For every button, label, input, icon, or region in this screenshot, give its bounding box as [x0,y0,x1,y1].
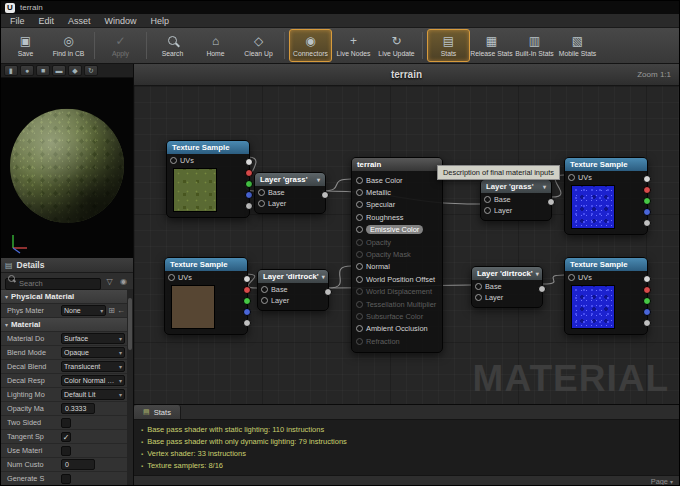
tangent-sp-checkbox[interactable]: ✓ [61,432,71,442]
alpha-output-pin[interactable] [643,319,651,327]
layer-output-pin[interactable] [324,288,332,296]
built-in-stats-button[interactable]: ▥Built-In Stats [513,29,556,62]
red-output-pin[interactable] [643,286,651,294]
use-materi-checkbox[interactable] [61,446,71,456]
node-terrain[interactable]: terrainBase ColorMetallicSpecularRoughne… [351,157,443,353]
green-output-pin[interactable] [643,297,651,305]
graph-canvas[interactable]: MATERIAL Texture SampleUVsLayer 'grass'▾… [134,86,679,404]
section-physical-material[interactable]: ▾Physical Material [1,290,127,304]
phys-mater-dropdown[interactable]: None▾ [61,305,106,316]
cylinder-shape-icon[interactable]: ▮ [4,65,18,76]
layer-output-pin[interactable] [321,191,329,199]
use-selected-icon[interactable]: ← [117,306,125,315]
green-output-pin[interactable] [243,297,251,305]
uvs-input[interactable]: UVs [565,271,615,282]
alpha-output-pin[interactable] [243,319,251,327]
live-update-button[interactable]: ↻Live Update [375,29,418,62]
browse-asset-icon[interactable]: ⊞ [108,306,115,315]
save-button[interactable]: ▣Save [4,29,47,62]
world-position-offset-input[interactable]: World Position Offset [356,273,438,285]
stats-tab[interactable]: ▤ Stats [134,405,181,419]
green-output-pin[interactable] [643,197,651,205]
menu-item-file[interactable]: File [3,14,32,28]
blend-mode-dropdown[interactable]: Opaque▾ [61,347,125,358]
view-options-icon[interactable]: ◉ [118,277,129,286]
release-stats-button[interactable]: ▦Release Stats [470,29,513,62]
specular-input[interactable]: Specular [356,199,438,211]
connectors-button[interactable]: ◉Connectors [289,29,332,62]
alpha-output-pin[interactable] [643,219,651,227]
decal-blend-dropdown[interactable]: Translucent▾ [61,361,125,372]
section-material[interactable]: ▾Material [1,318,127,332]
roughness-input[interactable]: Roughness [356,211,438,223]
node-layer-grass[interactable]: Layer 'grass'▾BaseLayer [480,179,552,221]
menu-item-asset[interactable]: Asset [61,14,98,28]
base-color-input[interactable]: Base Color [356,174,438,186]
blue-output-pin[interactable] [243,308,251,316]
sphere-shape-icon[interactable]: ● [20,65,34,76]
opacity-ma-input[interactable]: 0.3333 [61,403,95,414]
lighting-mo-dropdown[interactable]: Default Lit▾ [61,389,125,400]
base-input[interactable]: Base [258,283,328,294]
emissive-color-input[interactable]: Emissive Color [356,224,438,236]
filter-icon[interactable]: ▽ [104,277,115,286]
rgb-output-pin[interactable] [243,275,251,283]
red-output-pin[interactable] [643,186,651,194]
graph-breadcrumb[interactable]: terrain [391,69,422,80]
two-sided-checkbox[interactable] [61,418,71,428]
node-texture-sample-blue[interactable]: Texture SampleUVs [564,257,648,335]
base-input[interactable]: Base [481,193,551,204]
metallic-input[interactable]: Metallic [356,186,438,198]
node-texture-sample-grass[interactable]: Texture SampleUVs [166,140,250,218]
node-texture-sample-dirt[interactable]: Texture SampleUVs [164,257,248,335]
page-dropdown[interactable]: Page [651,477,668,486]
layer-output-pin[interactable] [538,285,546,293]
plane-shape-icon[interactable]: ▬ [52,65,66,76]
mobile-stats-button[interactable]: ▧Mobile Stats [556,29,599,62]
uvs-input[interactable]: UVs [165,271,215,282]
layer-input[interactable]: Layer [258,294,328,305]
realtime-toggle-icon[interactable]: ↻ [84,65,98,76]
details-search-input[interactable] [5,278,101,290]
base-input[interactable]: Base [255,186,325,197]
layer-input[interactable]: Layer [255,197,325,208]
rgb-output-pin[interactable] [245,158,253,166]
base-input[interactable]: Base [472,280,542,291]
details-tab[interactable]: ▤ Details [1,258,133,273]
blue-output-pin[interactable] [643,308,651,316]
cube-shape-icon[interactable]: ■ [36,65,50,76]
layer-output-pin[interactable] [547,198,555,206]
clean-up-button[interactable]: ◇Clean Up [237,29,280,62]
ambient-occlusion-input[interactable]: Ambient Occlusion [356,323,438,335]
menu-item-edit[interactable]: Edit [32,14,62,28]
live-nodes-button[interactable]: +Live Nodes [332,29,375,62]
material-do-dropdown[interactable]: Surface▾ [61,333,125,344]
custom-mesh-icon[interactable]: ◆ [68,65,82,76]
green-output-pin[interactable] [245,180,253,188]
node-layer-dirtrock[interactable]: Layer 'dirtrock'▾BaseLayer [471,266,543,308]
rgb-output-pin[interactable] [643,275,651,283]
details-scrollbar-thumb[interactable] [128,298,132,350]
blue-output-pin[interactable] [643,208,651,216]
alpha-output-pin[interactable] [245,202,253,210]
apply-button[interactable]: ✓Apply [99,29,142,62]
blue-output-pin[interactable] [245,191,253,199]
normal-input[interactable]: Normal [356,261,438,273]
node-layer-dirtrock[interactable]: Layer 'dirtrock'▾BaseLayer [257,269,329,311]
uvs-input[interactable]: UVs [167,154,217,165]
node-texture-sample-blue[interactable]: Texture SampleUVs [564,157,648,235]
num-custo-input[interactable]: 0 [61,459,95,470]
decal-resp-dropdown[interactable]: Color Normal Roughness▾ [61,375,125,386]
generate-s-checkbox[interactable] [61,474,71,484]
red-output-pin[interactable] [245,169,253,177]
node-layer-grass[interactable]: Layer 'grass'▾BaseLayer [254,172,326,214]
search-button[interactable]: Search [151,29,194,62]
preview-viewport[interactable] [1,78,133,258]
stats-button[interactable]: ▤Stats [427,29,470,62]
home-button[interactable]: ⌂Home [194,29,237,62]
find-in-cb-button[interactable]: ◎Find in CB [47,29,90,62]
uvs-input[interactable]: UVs [565,171,615,182]
rgb-output-pin[interactable] [643,175,651,183]
menu-item-window[interactable]: Window [98,14,144,28]
menu-item-help[interactable]: Help [144,14,177,28]
